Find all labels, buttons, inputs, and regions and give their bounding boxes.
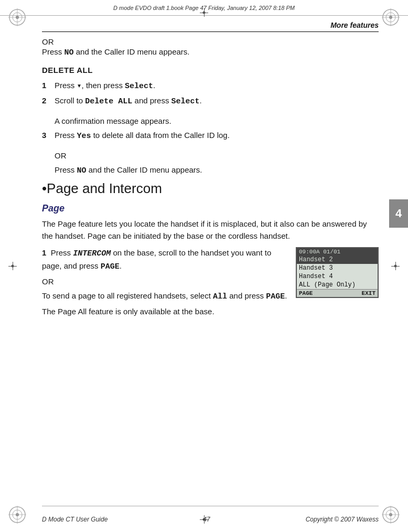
lcd-row-2: Handset 3 (297, 264, 378, 272)
corner-ornament-br (381, 505, 401, 525)
page-step1-key-all: All (213, 292, 227, 301)
step-3-key-no: NO (77, 166, 87, 175)
step-1-key-arrow: ▾ (77, 82, 82, 91)
page-step1-text: 1 Press INTERCOM on the base, scroll to … (42, 247, 291, 318)
lcd-title-bar: 09:00A 01/01 (297, 248, 378, 256)
step-3-text: Press Yes to delete all data from the Ca… (55, 130, 379, 142)
lcd-row-4: ALL (Page Only) (297, 281, 378, 289)
page-step1-key-page2: PAGE (266, 292, 285, 301)
step-1: 1 Press ▾, then press Select. (42, 80, 379, 92)
step-1-text: Press ▾, then press Select. (55, 80, 379, 92)
corner-ornament-tr (381, 7, 401, 27)
corner-ornament-tl (7, 7, 27, 27)
page-step1-key-intercom: INTERCOM (73, 249, 111, 258)
header-title: More features (330, 21, 379, 29)
footer-left: D Mode CT User Guide (42, 516, 108, 523)
step-3-num: 3 (42, 130, 55, 142)
chapter-number: 4 (395, 207, 402, 220)
page-step1-note: The Page All feature is only available a… (42, 306, 291, 318)
page-step1-or-text: To send a page to all registered handset… (42, 290, 291, 303)
step-2: 2 Scroll to Delete ALL and press Select. (42, 95, 379, 107)
page-step1-key-page: PAGE (101, 262, 120, 271)
crosshair-left (8, 262, 17, 270)
intro-press: Press NO and the Caller ID menu appears. (42, 47, 379, 57)
step-3-key-yes: Yes (77, 132, 91, 141)
step-1-num: 1 (42, 80, 55, 92)
lcd-row-3: Handset 4 (297, 272, 378, 281)
lcd-bottom-bar: PAGE EXIT (297, 289, 378, 297)
lcd-page-button: PAGE (299, 290, 313, 296)
footer-right: Copyright © 2007 Waxess (306, 516, 379, 523)
delete-all-steps: 1 Press ▾, then press Select. 2 Scroll t… (42, 80, 379, 107)
section-title-text: Page and Intercom (47, 180, 162, 196)
lcd-container: 09:00A 01/01 Handset 2 Handset 3 Handset… (291, 247, 379, 318)
section-bullet: • (42, 180, 47, 196)
step-3-or-press: Press NO and the Caller ID menu appears. (55, 164, 379, 176)
delete-all-step3: 3 Press Yes to delete all data from the … (42, 130, 379, 142)
delete-all-heading: DELETE ALL (42, 66, 379, 75)
page-step1-or: OR (42, 276, 291, 288)
step-3: 3 Press Yes to delete all data from the … (42, 130, 379, 142)
corner-ornament-bl (7, 505, 27, 525)
chapter-tab: 4 (389, 199, 408, 228)
intro-or-text: OR (42, 37, 54, 46)
intro-or: OR (42, 37, 379, 46)
step-2-key-delete: Delete ALL (85, 97, 132, 106)
intro-key-no: NO (65, 48, 74, 57)
step-2-num: 2 (42, 95, 55, 107)
step-2-key-select: Select (171, 97, 200, 106)
lcd-exit-button: EXIT (362, 290, 375, 296)
step-2-text: Scroll to Delete ALL and press Select. (55, 95, 379, 107)
section-title: •Page and Intercom (42, 180, 379, 197)
step-3-or1: OR (55, 150, 379, 161)
main-content: More features OR Press NO and the Caller… (42, 16, 379, 506)
lcd-screen: 09:00A 01/01 Handset 2 Handset 3 Handset… (296, 247, 379, 298)
page-subsection-heading: Page (42, 203, 379, 214)
page-header: More features (42, 21, 379, 32)
page-footer: D Mode CT User Guide 47 Copyright © 2007… (42, 506, 379, 532)
footer-center: 47 (203, 516, 210, 523)
step-2-sub: A confirmation message appears. (55, 115, 379, 126)
step-1-key-select: Select (125, 82, 153, 91)
lcd-row-1: Handset 2 (297, 256, 378, 264)
page-body: The Page feature lets you locate the han… (42, 218, 379, 242)
crosshair-right (391, 262, 400, 270)
